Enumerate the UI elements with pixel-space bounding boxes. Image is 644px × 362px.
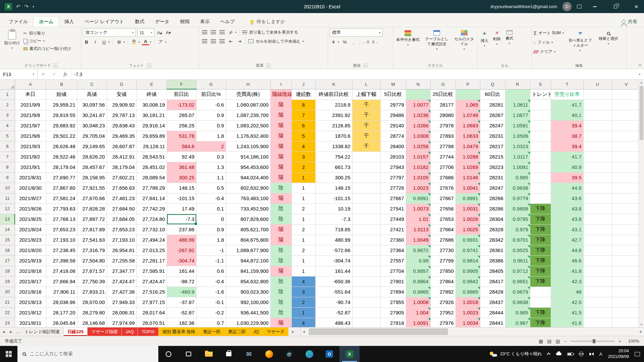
cell-N9[interactable]: 1.0105 — [406, 172, 430, 183]
zoom-slider[interactable] — [571, 341, 614, 342]
cell-Q21[interactable]: 28437 — [480, 297, 505, 307]
cell-B14[interactable]: 27,653.23 — [46, 224, 77, 235]
cell-V16[interactable] — [612, 245, 641, 255]
cell-T12[interactable]: 43.8 — [551, 203, 583, 214]
cell-E20[interactable]: 27,516.25 — [137, 287, 167, 297]
row-header-23[interactable]: 23 — [0, 318, 15, 327]
delete-cells-button[interactable]: ✕ 削除▾ — [492, 28, 502, 62]
name-box[interactable]: F13▾ — [0, 69, 38, 79]
row-header-16[interactable]: 16 — [0, 245, 15, 255]
normal-view-icon[interactable]: ▦ — [539, 339, 543, 344]
cell-N6[interactable]: 1.0256 — [406, 141, 430, 152]
cell-H20[interactable]: 903,023,300 — [226, 287, 270, 297]
cell-C8[interactable]: 28,457.67 — [77, 162, 107, 172]
cell-C2[interactable]: 30,097.56 — [77, 100, 107, 110]
cell-V15[interactable] — [612, 235, 641, 245]
cell-B1[interactable]: 始値 — [46, 89, 77, 100]
column-header-N[interactable]: N — [406, 80, 430, 89]
cell-F23[interactable]: 182.36 — [167, 318, 196, 327]
cell-B2[interactable]: 29,959.21 — [46, 100, 77, 110]
task-view-button[interactable] — [178, 346, 199, 362]
cell-I6[interactable]: 陽 — [270, 141, 291, 152]
cell-G15[interactable]: 1.8 — [196, 235, 226, 245]
cell-G10[interactable]: 0.5 — [196, 183, 226, 193]
cell-J21[interactable]: 2 — [291, 297, 315, 307]
cell-K21[interactable]: -90.74 — [315, 297, 352, 307]
cell-U17[interactable] — [583, 255, 612, 266]
cell-P6[interactable]: 1.0479 — [455, 141, 480, 152]
cell-G21[interactable]: -0.1 — [196, 297, 226, 307]
cell-U10[interactable] — [583, 183, 612, 193]
cell-J15[interactable]: 1 — [291, 235, 315, 245]
bold-button[interactable]: B — [83, 38, 90, 46]
column-header-G[interactable]: G — [196, 80, 226, 89]
cell-K3[interactable]: 2391.92 — [315, 110, 352, 120]
cell-C16[interactable]: 27,316.79 — [77, 245, 107, 255]
cell-R2[interactable]: 1.0611 — [505, 100, 530, 110]
cell-J4[interactable]: 6 — [291, 120, 315, 131]
cell-E10[interactable]: 27,789.29 — [137, 183, 167, 193]
cell-J5[interactable]: 5 — [291, 131, 315, 141]
cell-D13[interactable]: 27,684.05 — [107, 214, 137, 224]
sheet-tab-東証一部[interactable]: 東証一部 — [199, 327, 224, 336]
cell-A19[interactable]: 2021/8/17 — [15, 276, 46, 287]
cell-E19[interactable]: 27,424.47 — [137, 276, 167, 287]
cell-E6[interactable]: 29,128.11 — [137, 141, 167, 152]
zoom-in-button[interactable]: + — [619, 339, 621, 344]
conditional-formatting-button[interactable]: 条件付き書式▾ — [395, 28, 421, 62]
cell-H14[interactable]: 805,621,700 — [226, 224, 270, 235]
cell-T23[interactable]: 41.6 — [551, 318, 583, 327]
cell-L7[interactable] — [352, 152, 380, 162]
cell-R20[interactable]: 0.9679 — [505, 287, 530, 297]
underline-button[interactable]: U — [100, 38, 108, 46]
cell-N13[interactable]: 1.01 — [406, 214, 430, 224]
cell-P19[interactable]: 0.9842 — [455, 276, 480, 287]
taskbar-search-input[interactable]: ここに入力して検索 — [17, 346, 158, 362]
cell-N20[interactable]: 0.9865 — [406, 287, 430, 297]
cell-O19[interactable]: 27864 — [430, 276, 455, 287]
cell-K17[interactable]: -304.74 — [315, 255, 352, 266]
cell-N14[interactable]: 1.0113 — [406, 224, 430, 235]
cell-M5[interactable]: 28774 — [380, 131, 406, 141]
cell-D8[interactable]: 28,179.04 — [107, 162, 137, 172]
cell-G6[interactable]: 2 — [196, 141, 226, 152]
cell-K23[interactable]: 486.43 — [315, 318, 352, 327]
cell-O21[interactable]: 27926 — [430, 297, 455, 307]
cell-L9[interactable] — [352, 172, 380, 183]
font-dialog-launcher[interactable]: ↘ — [147, 63, 151, 68]
number-dialog-launcher[interactable]: ↘ — [363, 63, 368, 68]
cell-A14[interactable]: 2021/8/24 — [15, 224, 46, 235]
cell-Q16[interactable]: 28361 — [480, 245, 505, 255]
cell-Q5[interactable]: 28231 — [480, 131, 505, 141]
column-header-K[interactable]: K — [315, 80, 352, 89]
number-format-select[interactable]: 標準▾ — [330, 28, 383, 37]
cell-U19[interactable] — [583, 276, 612, 287]
cell-U21[interactable] — [583, 297, 612, 307]
cell-K5[interactable]: 1870.6 — [315, 131, 352, 141]
cell-M1[interactable]: 5日比較 — [380, 89, 406, 100]
cell-V20[interactable] — [612, 287, 641, 297]
sheet-tab-日経225[interactable]: 日経225 — [64, 327, 88, 336]
fill-color-button[interactable] — [130, 38, 138, 46]
cell-A17[interactable]: 2021/8/19 — [15, 255, 46, 266]
cell-K6[interactable]: 1338.82 — [315, 141, 352, 152]
cell-O16[interactable]: 27730 — [430, 245, 455, 255]
cell-D7[interactable]: 28,412.91 — [107, 152, 137, 162]
formula-bar-expand-icon[interactable]: ▾ — [635, 69, 644, 79]
row-header-8[interactable]: 8 — [0, 162, 15, 172]
cell-F8[interactable]: 361.48 — [167, 162, 196, 172]
cell-H10[interactable]: 802,632,900 — [226, 183, 270, 193]
column-header-J[interactable]: J — [291, 80, 315, 89]
cell-O18[interactable]: 27850 — [430, 266, 455, 276]
cell-M10[interactable]: 27726 — [380, 183, 406, 193]
cell-G1[interactable]: 前日比% — [196, 89, 226, 100]
cell-D5[interactable]: 29,469.35 — [107, 131, 137, 141]
column-header-V[interactable]: V — [612, 80, 641, 89]
cell-E5[interactable]: 29,659.89 — [137, 131, 167, 141]
cell-T7[interactable]: 41.7 — [551, 152, 583, 162]
cell-Q8[interactable]: 28223 — [480, 162, 505, 172]
cell-O14[interactable]: 27664 — [430, 224, 455, 235]
cell-S5[interactable] — [530, 131, 551, 141]
cell-T22[interactable]: 41.5 — [551, 307, 583, 318]
cell-O23[interactable]: 27976 — [430, 318, 455, 327]
